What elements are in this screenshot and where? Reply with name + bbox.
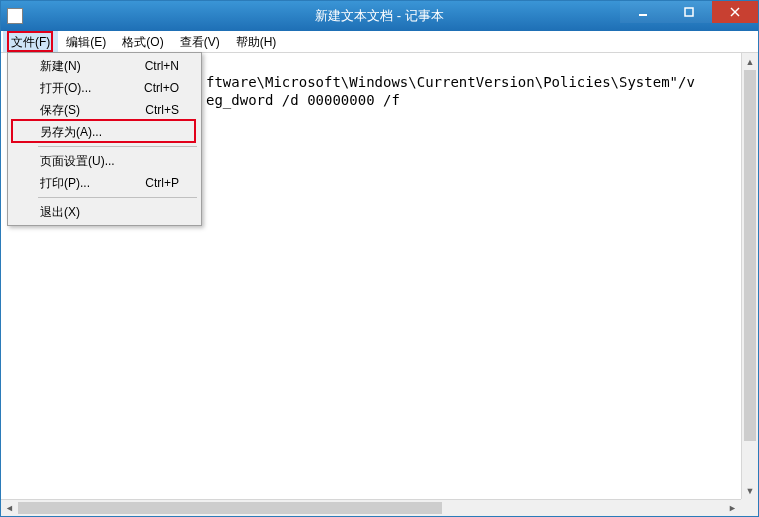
hscroll-track[interactable] xyxy=(18,500,724,516)
titlebar: 新建文本文档 - 记事本 xyxy=(1,1,758,31)
scroll-up-button[interactable]: ▲ xyxy=(742,53,758,70)
minimize-icon xyxy=(638,7,648,17)
menu-item-label: 打开(O)... xyxy=(40,80,91,97)
menu-item-new[interactable]: 新建(N) Ctrl+N xyxy=(10,55,199,77)
scroll-down-button[interactable]: ▼ xyxy=(742,482,758,499)
chevron-right-icon: ► xyxy=(728,503,737,513)
vscroll-thumb[interactable] xyxy=(744,70,756,441)
menu-item-label: 页面设置(U)... xyxy=(40,153,115,170)
menu-format[interactable]: 格式(O) xyxy=(114,31,171,52)
horizontal-scrollbar[interactable]: ◄ ► xyxy=(1,499,758,516)
menu-item-label: 新建(N) xyxy=(40,58,81,75)
window-controls xyxy=(620,1,758,31)
maximize-button[interactable] xyxy=(666,1,712,23)
menu-item-shortcut: Ctrl+P xyxy=(145,176,179,190)
scroll-right-button[interactable]: ► xyxy=(724,500,741,516)
file-dropdown: 新建(N) Ctrl+N 打开(O)... Ctrl+O 保存(S) Ctrl+… xyxy=(7,52,202,226)
scroll-left-button[interactable]: ◄ xyxy=(1,500,18,516)
hscroll-thumb[interactable] xyxy=(18,502,442,514)
minimize-button[interactable] xyxy=(620,1,666,23)
menu-edit[interactable]: 编辑(E) xyxy=(58,31,114,52)
menu-file[interactable]: 文件(F) xyxy=(3,31,58,52)
menu-item-print[interactable]: 打印(P)... Ctrl+P xyxy=(10,172,199,194)
menu-item-label: 退出(X) xyxy=(40,204,80,221)
chevron-left-icon: ◄ xyxy=(5,503,14,513)
close-icon xyxy=(730,7,740,17)
menu-item-label: 保存(S) xyxy=(40,102,80,119)
menu-item-label: 打印(P)... xyxy=(40,175,90,192)
menubar: 文件(F) 编辑(E) 格式(O) 查看(V) 帮助(H) xyxy=(1,31,758,53)
svg-rect-1 xyxy=(685,8,693,16)
vscroll-track[interactable] xyxy=(742,70,758,482)
menu-item-pagesetup[interactable]: 页面设置(U)... xyxy=(10,150,199,172)
document-text: ftware\Microsoft\Windows\CurrentVersion\… xyxy=(206,73,695,109)
maximize-icon xyxy=(684,7,694,17)
menu-item-shortcut: Ctrl+N xyxy=(145,59,179,73)
menu-item-saveas[interactable]: 另存为(A)... xyxy=(10,121,199,143)
scroll-corner xyxy=(741,499,758,516)
menu-item-open[interactable]: 打开(O)... Ctrl+O xyxy=(10,77,199,99)
chevron-up-icon: ▲ xyxy=(746,57,755,67)
text-line-2: eg_dword /d 00000000 /f xyxy=(206,92,400,108)
menu-separator xyxy=(38,146,197,147)
chevron-down-icon: ▼ xyxy=(746,486,755,496)
app-icon xyxy=(7,8,23,24)
close-button[interactable] xyxy=(712,1,758,23)
menu-help[interactable]: 帮助(H) xyxy=(228,31,285,52)
vertical-scrollbar[interactable]: ▲ ▼ xyxy=(741,53,758,499)
menu-item-exit[interactable]: 退出(X) xyxy=(10,201,199,223)
menu-separator xyxy=(38,197,197,198)
menu-item-shortcut: Ctrl+O xyxy=(144,81,179,95)
text-line-1: ftware\Microsoft\Windows\CurrentVersion\… xyxy=(206,74,695,90)
menu-view[interactable]: 查看(V) xyxy=(172,31,228,52)
menu-item-label: 另存为(A)... xyxy=(40,124,102,141)
menu-item-shortcut: Ctrl+S xyxy=(145,103,179,117)
menu-item-save[interactable]: 保存(S) Ctrl+S xyxy=(10,99,199,121)
